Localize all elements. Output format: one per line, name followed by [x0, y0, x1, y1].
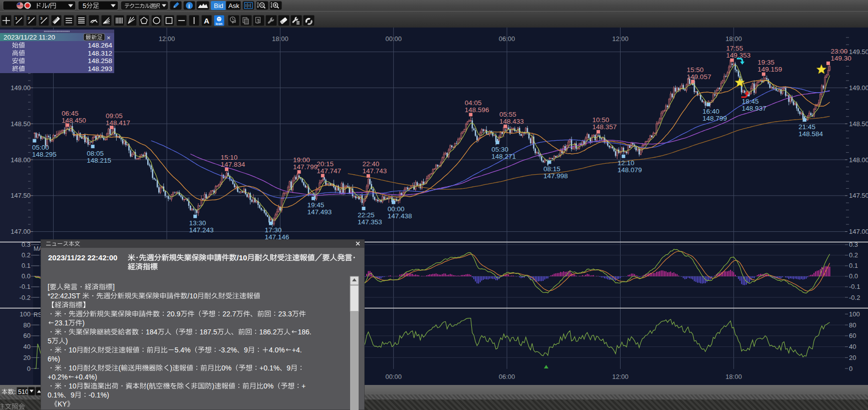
- svg-text:i: i: [188, 3, 190, 9]
- svg-text:+0.4%): +0.4%): [75, 373, 97, 381]
- svg-text:147.493: 147.493: [307, 208, 332, 216]
- svg-text:17:30: 17:30: [265, 226, 282, 234]
- svg-text:13:30: 13:30: [189, 219, 206, 227]
- svg-text:0.0: 0.0: [849, 272, 858, 280]
- svg-text:148.799: 148.799: [703, 115, 727, 122]
- svg-text:148.417: 148.417: [106, 119, 130, 127]
- svg-text:100: 100: [849, 310, 860, 318]
- svg-text:10: 10: [69, 382, 77, 390]
- svg-text:16:40: 16:40: [703, 108, 720, 115]
- svg-text:18:00: 18:00: [726, 35, 742, 43]
- svg-text:×: ×: [107, 34, 111, 42]
- svg-text:22:25: 22:25: [358, 211, 375, 219]
- svg-text:0.2: 0.2: [849, 251, 858, 259]
- svg-text:+0.2%: +0.2%: [48, 373, 68, 381]
- svg-text:23.3: 23.3: [278, 310, 292, 318]
- svg-text:147.998: 147.998: [543, 172, 568, 180]
- svg-text:10: 10: [69, 364, 77, 372]
- svg-text:148.50: 148.50: [849, 120, 868, 128]
- svg-text:): ): [66, 337, 68, 345]
- svg-text:147.50: 147.50: [849, 192, 868, 199]
- svg-text:149.50: 149.50: [849, 48, 868, 56]
- svg-text:22.7: 22.7: [222, 310, 236, 318]
- svg-text:148.079: 148.079: [618, 166, 642, 174]
- svg-text:9: 9: [71, 391, 75, 399]
- svg-text:148.433: 148.433: [499, 118, 524, 125]
- svg-text:12:00: 12:00: [612, 35, 629, 43]
- svg-text:0%: 0%: [221, 364, 231, 372]
- svg-text:15:50: 15:50: [687, 66, 704, 74]
- svg-text:-0.1%): -0.1%): [89, 391, 109, 399]
- svg-text:icon: icon: [216, 22, 222, 26]
- svg-text:4.0%: 4.0%: [269, 346, 285, 354]
- svg-text:60: 60: [849, 332, 856, 339]
- svg-text:10:50: 10:50: [593, 116, 610, 124]
- svg-text:19:00: 19:00: [293, 156, 310, 164]
- svg-text:Bid: Bid: [214, 2, 223, 10]
- svg-text:18:45: 18:45: [742, 98, 759, 105]
- svg-text:15:10: 15:10: [221, 154, 238, 161]
- svg-text:40: 40: [849, 343, 856, 350]
- svg-text:06:00: 06:00: [499, 373, 515, 380]
- svg-text:186.2: 186.2: [259, 328, 276, 336]
- svg-text:148.584: 148.584: [798, 130, 823, 138]
- svg-text:-3.2%: -3.2%: [219, 346, 237, 354]
- svg-text:[: [: [48, 283, 50, 291]
- svg-text:10: 10: [69, 346, 77, 354]
- svg-text:+: +: [302, 382, 306, 390]
- svg-text:147.00: 147.00: [849, 228, 868, 235]
- svg-text:-0.1: -0.1: [849, 283, 860, 290]
- svg-text:20: 20: [849, 354, 856, 361]
- svg-text:20.9: 20.9: [167, 310, 180, 318]
- svg-text:19:45: 19:45: [307, 201, 324, 209]
- svg-text::: :: [14, 388, 16, 395]
- svg-text:08:15: 08:15: [543, 165, 560, 173]
- svg-text:04:05: 04:05: [465, 99, 482, 107]
- svg-text:149.00: 149.00: [849, 84, 868, 92]
- svg-text:147.353: 147.353: [358, 218, 382, 226]
- svg-text:184: 184: [146, 328, 158, 336]
- svg-text:-0.2: -0.2: [849, 294, 860, 301]
- svg-text:0.1: 0.1: [849, 262, 858, 269]
- svg-text:/10: /10: [237, 253, 247, 262]
- svg-text:/10: /10: [187, 292, 197, 300]
- svg-text:148.00: 148.00: [849, 156, 868, 164]
- svg-text:6%): 6%): [48, 355, 60, 363]
- svg-text:KY: KY: [58, 400, 67, 408]
- svg-text:): ): [212, 382, 214, 390]
- svg-text:*22:42JST: *22:42JST: [48, 292, 81, 300]
- svg-text:05:30: 05:30: [491, 146, 508, 153]
- svg-text:147.438: 147.438: [388, 212, 412, 220]
- svg-text:+0.1%: +0.1%: [259, 364, 279, 372]
- svg-text:5.4%: 5.4%: [175, 346, 191, 354]
- svg-text:23.1: 23.1: [55, 319, 68, 327]
- svg-text:A: A: [204, 17, 209, 25]
- svg-text:2023/11/22 22:42:00: 2023/11/22 22:42:00: [48, 253, 117, 262]
- svg-text:147.747: 147.747: [317, 167, 341, 175]
- svg-text:9: 9: [286, 364, 291, 372]
- svg-text:Ask: Ask: [228, 2, 239, 10]
- svg-text:12:00: 12:00: [612, 373, 629, 380]
- svg-text:0%: 0%: [263, 382, 273, 390]
- svg-text:12:00: 12:00: [159, 35, 175, 43]
- svg-text:(: (: [119, 364, 121, 372]
- svg-text:17:55: 17:55: [726, 45, 743, 52]
- svg-text:20:15: 20:15: [317, 160, 334, 168]
- svg-text:22:40: 22:40: [362, 160, 379, 168]
- svg-text:147.799: 147.799: [293, 163, 318, 171]
- svg-text:00:00: 00:00: [388, 205, 405, 213]
- svg-text:187.5: 187.5: [199, 328, 217, 336]
- svg-text:186.: 186.: [298, 328, 311, 336]
- svg-text:): ): [82, 319, 85, 327]
- svg-text:148.357: 148.357: [593, 123, 617, 131]
- svg-text:18:00: 18:00: [726, 373, 742, 380]
- svg-text:05:55: 05:55: [499, 111, 516, 118]
- svg-text:510: 510: [18, 388, 29, 395]
- svg-text:09:05: 09:05: [106, 112, 123, 120]
- svg-text:21:45: 21:45: [798, 123, 815, 131]
- svg-text:147.834: 147.834: [221, 161, 245, 168]
- svg-text:]: ]: [113, 283, 115, 291]
- svg-text:148.271: 148.271: [491, 153, 516, 160]
- svg-text:0: 0: [849, 365, 852, 372]
- svg-text:5: 5: [48, 337, 52, 345]
